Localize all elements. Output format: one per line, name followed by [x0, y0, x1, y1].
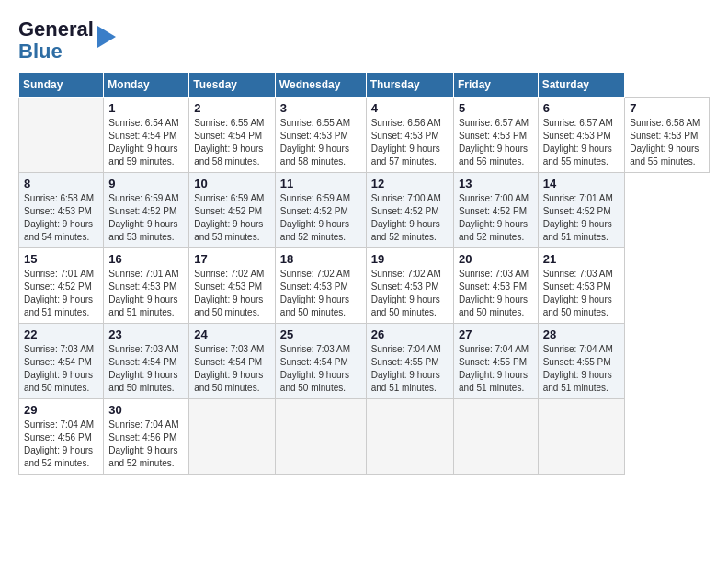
day-info: Sunrise: 7:03 AM Sunset: 4:54 PM Dayligh… [194, 344, 264, 393]
calendar-cell: 5 Sunrise: 6:57 AM Sunset: 4:53 PM Dayli… [454, 98, 539, 173]
day-number: 26 [371, 327, 449, 341]
day-number: 20 [459, 252, 533, 266]
logo-arrow-icon [97, 22, 119, 52]
day-info: Sunrise: 6:59 AM Sunset: 4:52 PM Dayligh… [194, 193, 264, 242]
day-number: 16 [108, 252, 184, 266]
calendar-cell: 8 Sunrise: 6:58 AM Sunset: 4:53 PM Dayli… [19, 173, 104, 248]
day-info: Sunrise: 7:03 AM Sunset: 4:53 PM Dayligh… [459, 269, 529, 317]
calendar-cell: 11 Sunrise: 6:59 AM Sunset: 4:52 PM Dayl… [275, 173, 366, 248]
page-header: GeneralBlue [18, 18, 710, 63]
weekday-header-row: Sunday Monday Tuesday Wednesday Thursday… [19, 73, 710, 98]
calendar-cell: 18 Sunrise: 7:02 AM Sunset: 4:53 PM Dayl… [275, 248, 366, 324]
day-info: Sunrise: 7:04 AM Sunset: 4:55 PM Dayligh… [459, 344, 529, 393]
day-number: 19 [371, 252, 449, 266]
day-info: Sunrise: 6:59 AM Sunset: 4:52 PM Dayligh… [108, 193, 178, 242]
day-info: Sunrise: 6:54 AM Sunset: 4:54 PM Dayligh… [108, 118, 178, 167]
calendar-cell: 10 Sunrise: 6:59 AM Sunset: 4:52 PM Dayl… [189, 173, 276, 248]
calendar-cell [538, 399, 625, 475]
day-info: Sunrise: 7:03 AM Sunset: 4:53 PM Dayligh… [543, 269, 613, 317]
calendar-cell: 1 Sunrise: 6:54 AM Sunset: 4:54 PM Dayli… [104, 98, 189, 173]
day-info: Sunrise: 6:58 AM Sunset: 4:53 PM Dayligh… [630, 118, 700, 167]
day-number: 18 [280, 252, 361, 266]
day-info: Sunrise: 6:56 AM Sunset: 4:53 PM Dayligh… [371, 118, 441, 167]
day-number: 1 [108, 101, 184, 115]
day-number: 13 [459, 177, 533, 190]
calendar-cell: 21 Sunrise: 7:03 AM Sunset: 4:53 PM Dayl… [538, 248, 625, 324]
svg-marker-0 [97, 26, 116, 48]
day-number: 9 [108, 177, 184, 190]
day-info: Sunrise: 7:01 AM Sunset: 4:53 PM Dayligh… [108, 269, 178, 317]
calendar-cell: 16 Sunrise: 7:01 AM Sunset: 4:53 PM Dayl… [104, 248, 189, 324]
calendar-cell: 23 Sunrise: 7:03 AM Sunset: 4:54 PM Dayl… [104, 324, 189, 399]
calendar-cell: 22 Sunrise: 7:03 AM Sunset: 4:54 PM Dayl… [19, 324, 104, 399]
day-number: 10 [194, 177, 270, 190]
calendar-cell: 24 Sunrise: 7:03 AM Sunset: 4:54 PM Dayl… [189, 324, 276, 399]
logo: GeneralBlue [18, 18, 119, 63]
calendar-cell: 13 Sunrise: 7:00 AM Sunset: 4:52 PM Dayl… [454, 173, 539, 248]
day-number: 11 [280, 177, 361, 190]
day-info: Sunrise: 7:03 AM Sunset: 4:54 PM Dayligh… [24, 344, 94, 393]
day-number: 27 [459, 327, 533, 341]
calendar-header: Sunday Monday Tuesday Wednesday Thursday… [19, 73, 710, 98]
logo-text: GeneralBlue [18, 18, 94, 63]
calendar-cell [454, 399, 539, 475]
day-number: 2 [194, 101, 270, 115]
calendar-body: 1 Sunrise: 6:54 AM Sunset: 4:54 PM Dayli… [19, 98, 710, 475]
day-info: Sunrise: 7:04 AM Sunset: 4:55 PM Dayligh… [543, 344, 613, 393]
header-monday: Monday [104, 73, 189, 98]
week-row-2: 8 Sunrise: 6:58 AM Sunset: 4:53 PM Dayli… [19, 173, 710, 248]
day-info: Sunrise: 7:03 AM Sunset: 4:54 PM Dayligh… [108, 344, 178, 393]
day-info: Sunrise: 7:03 AM Sunset: 4:54 PM Dayligh… [280, 344, 350, 393]
day-number: 3 [280, 101, 361, 115]
day-number: 21 [543, 252, 620, 266]
logo-blue: Blue [18, 40, 63, 63]
day-number: 30 [108, 403, 184, 417]
calendar-cell: 19 Sunrise: 7:02 AM Sunset: 4:53 PM Dayl… [366, 248, 453, 324]
day-number: 6 [543, 101, 620, 115]
day-number: 28 [543, 327, 620, 341]
week-row-1: 1 Sunrise: 6:54 AM Sunset: 4:54 PM Dayli… [19, 98, 710, 173]
day-info: Sunrise: 7:02 AM Sunset: 4:53 PM Dayligh… [371, 269, 441, 317]
day-number: 8 [24, 177, 98, 190]
day-info: Sunrise: 7:04 AM Sunset: 4:55 PM Dayligh… [371, 344, 441, 393]
day-number: 15 [24, 252, 98, 266]
calendar-cell: 30 Sunrise: 7:04 AM Sunset: 4:56 PM Dayl… [104, 399, 189, 475]
day-number: 23 [108, 327, 184, 341]
day-info: Sunrise: 7:02 AM Sunset: 4:53 PM Dayligh… [280, 269, 350, 317]
day-info: Sunrise: 7:00 AM Sunset: 4:52 PM Dayligh… [459, 193, 529, 242]
calendar-cell: 7 Sunrise: 6:58 AM Sunset: 4:53 PM Dayli… [625, 98, 710, 173]
header-thursday: Thursday [366, 73, 453, 98]
week-row-5: 29 Sunrise: 7:04 AM Sunset: 4:56 PM Dayl… [19, 399, 710, 475]
calendar-cell: 6 Sunrise: 6:57 AM Sunset: 4:53 PM Dayli… [538, 98, 625, 173]
calendar-cell [189, 399, 276, 475]
day-number: 14 [543, 177, 620, 190]
day-info: Sunrise: 7:01 AM Sunset: 4:52 PM Dayligh… [24, 269, 94, 317]
calendar-cell [19, 98, 104, 173]
calendar-cell: 26 Sunrise: 7:04 AM Sunset: 4:55 PM Dayl… [366, 324, 453, 399]
day-info: Sunrise: 6:55 AM Sunset: 4:54 PM Dayligh… [194, 118, 264, 167]
day-info: Sunrise: 6:57 AM Sunset: 4:53 PM Dayligh… [543, 118, 613, 167]
day-number: 4 [371, 101, 449, 115]
day-info: Sunrise: 6:55 AM Sunset: 4:53 PM Dayligh… [280, 118, 350, 167]
calendar-cell: 25 Sunrise: 7:03 AM Sunset: 4:54 PM Dayl… [275, 324, 366, 399]
header-wednesday: Wednesday [275, 73, 366, 98]
day-number: 17 [194, 252, 270, 266]
day-number: 25 [280, 327, 361, 341]
calendar-cell: 15 Sunrise: 7:01 AM Sunset: 4:52 PM Dayl… [19, 248, 104, 324]
day-number: 24 [194, 327, 270, 341]
calendar-cell: 9 Sunrise: 6:59 AM Sunset: 4:52 PM Dayli… [104, 173, 189, 248]
day-info: Sunrise: 6:58 AM Sunset: 4:53 PM Dayligh… [24, 193, 94, 242]
day-number: 5 [459, 101, 533, 115]
day-info: Sunrise: 7:02 AM Sunset: 4:53 PM Dayligh… [194, 269, 264, 317]
day-info: Sunrise: 7:00 AM Sunset: 4:52 PM Dayligh… [371, 193, 441, 242]
calendar-cell: 2 Sunrise: 6:55 AM Sunset: 4:54 PM Dayli… [189, 98, 276, 173]
calendar-cell: 4 Sunrise: 6:56 AM Sunset: 4:53 PM Dayli… [366, 98, 453, 173]
day-info: Sunrise: 7:04 AM Sunset: 4:56 PM Dayligh… [24, 419, 94, 468]
day-number: 29 [24, 403, 98, 417]
day-info: Sunrise: 7:01 AM Sunset: 4:52 PM Dayligh… [543, 193, 613, 242]
calendar-cell: 14 Sunrise: 7:01 AM Sunset: 4:52 PM Dayl… [538, 173, 625, 248]
calendar-cell: 28 Sunrise: 7:04 AM Sunset: 4:55 PM Dayl… [538, 324, 625, 399]
day-number: 7 [630, 101, 704, 115]
day-info: Sunrise: 7:04 AM Sunset: 4:56 PM Dayligh… [108, 419, 178, 468]
day-info: Sunrise: 6:57 AM Sunset: 4:53 PM Dayligh… [459, 118, 529, 167]
